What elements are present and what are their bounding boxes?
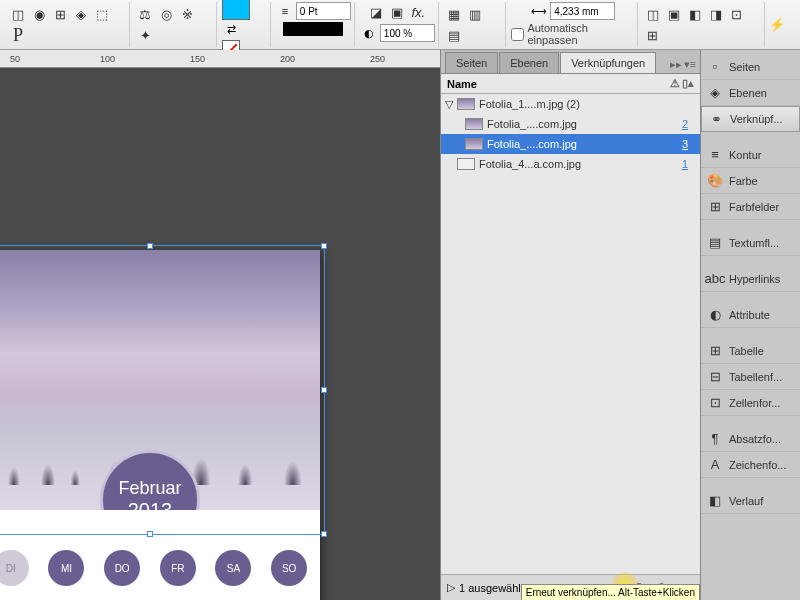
dock-icon: ⚭ [708, 111, 724, 127]
link-label: Fotolia_....com.jpg [487, 118, 577, 130]
tool-icon[interactable]: ◉ [29, 4, 49, 24]
fill-swatch[interactable] [222, 0, 250, 20]
dock-tabelle[interactable]: ⊞Tabelle [701, 338, 800, 364]
day-head: DO [104, 550, 140, 586]
link-group[interactable]: ▽ Fotolia_1....m.jpg (2) [441, 94, 700, 114]
frame-fit-icon[interactable]: ▣ [664, 4, 684, 24]
lightning-icon[interactable]: ⚡ [767, 15, 787, 35]
warning-column-icon[interactable]: ⚠ [670, 77, 680, 90]
dock-zellenfor-[interactable]: ⊡Zellenfor... [701, 390, 800, 416]
dock-attribute[interactable]: ◐Attribute [701, 302, 800, 328]
align-icon[interactable]: ▦ [444, 4, 464, 24]
tool-icon[interactable]: ⬚ [92, 4, 112, 24]
dock-hyperlinks[interactable]: abcHyperlinks [701, 266, 800, 292]
dock-seiten[interactable]: ▫Seiten [701, 54, 800, 80]
day-head: MI [48, 550, 84, 586]
align-icon[interactable]: ▥ [465, 4, 485, 24]
dock-zeichenfo-[interactable]: AZeichenfo... [701, 452, 800, 478]
selection-handle[interactable] [321, 243, 327, 249]
dock-icon: abc [707, 271, 723, 287]
dock-label: Seiten [729, 61, 760, 73]
dock-verlauf[interactable]: ◧Verlauf [701, 488, 800, 514]
panels-area: Seiten Ebenen Verknüpfungen ▸▸ ▾≡ Name ⚠… [440, 50, 800, 600]
auto-fit-check[interactable] [511, 28, 524, 41]
link-page[interactable]: 2 [682, 118, 696, 130]
dock-label: Verlauf [729, 495, 763, 507]
links-footer: ▷ 1 ausgewählt ⚭ ↪ ↻ ✎ ⟋ Erneut verknüpf… [441, 574, 700, 600]
auto-fit-label: Automatisch einpassen [527, 22, 634, 46]
stroke-preview[interactable] [283, 22, 343, 36]
dock-icon: ⊞ [707, 343, 723, 359]
selection-handle[interactable] [147, 243, 153, 249]
link-item-selected[interactable]: Fotolia_....com.jpg 3 [441, 134, 700, 154]
paragraph-icon[interactable]: P [8, 25, 28, 45]
main-toolbar: ◫ ◉ ⊞ ◈ ⬚ P ⚖ ◎ ※ ✦ ⇄ ≡ ◪ ▣ fx. ◐ [0, 0, 800, 50]
fx-icon[interactable]: fx. [408, 2, 428, 22]
link-page[interactable]: 1 [682, 158, 696, 170]
dock-absatzfo-[interactable]: ¶Absatzfo... [701, 426, 800, 452]
tool-icon[interactable]: ✦ [135, 25, 155, 45]
calendar-day-headers: DI MI DO FR SA SO [0, 550, 320, 586]
frame-fit-icon[interactable]: ⊡ [727, 4, 747, 24]
link-item[interactable]: Fotolia_....com.jpg 2 [441, 114, 700, 134]
dock-ebenen[interactable]: ◈Ebenen [701, 80, 800, 106]
links-panel: Seiten Ebenen Verknüpfungen ▸▸ ▾≡ Name ⚠… [440, 50, 700, 600]
artboard[interactable]: Februar 2013 DI MI DO FR SA SO 2 3 4 5 6… [0, 250, 320, 600]
align-icon[interactable]: ▤ [444, 25, 464, 45]
disclosure-icon[interactable]: ▷ [447, 581, 455, 594]
dock-kontur[interactable]: ≡Kontur [701, 142, 800, 168]
links-list[interactable]: ▽ Fotolia_1....m.jpg (2) Fotolia_....com… [441, 94, 700, 574]
day-head: FR [160, 550, 196, 586]
frame-fit-icon[interactable]: ⊞ [643, 25, 663, 45]
tool-icon[interactable]: ⚖ [135, 4, 155, 24]
dock-label: Zellenfor... [729, 397, 780, 409]
link-page[interactable]: 3 [682, 138, 696, 150]
calendar-year: 2013 [128, 499, 173, 510]
link-thumb [465, 138, 483, 150]
opacity-input[interactable] [380, 24, 435, 42]
selection-status: 1 ausgewählt [459, 582, 524, 594]
link-thumb [465, 118, 483, 130]
link-item[interactable]: Fotolia_4...a.com.jpg 1 [441, 154, 700, 174]
dock-icon: ◧ [707, 493, 723, 509]
stroke-weight-icon: ≡ [276, 2, 294, 20]
measure-input[interactable] [550, 2, 615, 20]
tool-icon[interactable]: ⊞ [50, 4, 70, 24]
tool-icon[interactable]: ◪ [366, 2, 386, 22]
dock-label: Kontur [729, 149, 761, 161]
dock-tabellenf-[interactable]: ⊟Tabellenf... [701, 364, 800, 390]
swap-icon[interactable]: ⇄ [222, 21, 240, 39]
selection-handle[interactable] [321, 531, 327, 537]
tab-verknuepfungen[interactable]: Verknüpfungen [560, 52, 656, 73]
column-name[interactable]: Name [447, 78, 477, 90]
tool-icon[interactable]: ◫ [8, 4, 28, 24]
panel-tabs: Seiten Ebenen Verknüpfungen ▸▸ ▾≡ [441, 50, 700, 74]
dock-icon: ◈ [707, 85, 723, 101]
tool-icon[interactable]: ◎ [156, 4, 176, 24]
disclosure-icon[interactable]: ▽ [445, 98, 457, 111]
canvas-area[interactable]: 50 100 150 200 250 Februar 2013 DI MI DO… [0, 50, 440, 600]
dock-farbfelder[interactable]: ⊞Farbfelder [701, 194, 800, 220]
measure-icon: ⟷ [530, 2, 548, 20]
dock-farbe[interactable]: 🎨Farbe [701, 168, 800, 194]
auto-fit-checkbox[interactable]: Automatisch einpassen [511, 22, 634, 46]
dock-verkn-pf-[interactable]: ⚭Verknüpf... [701, 106, 800, 132]
tool-icon[interactable]: ▣ [387, 2, 407, 22]
selection-handle[interactable] [321, 387, 327, 393]
frame-fit-icon[interactable]: ◫ [643, 4, 663, 24]
tool-icon[interactable]: ※ [177, 4, 197, 24]
tab-seiten[interactable]: Seiten [445, 52, 498, 73]
calendar-image[interactable]: Februar 2013 [0, 250, 320, 510]
page-column-icon[interactable]: ▯▴ [682, 77, 694, 90]
frame-fit-icon[interactable]: ◧ [685, 4, 705, 24]
dock-icon: A [707, 457, 723, 473]
menu-icon[interactable]: ▾≡ [684, 58, 696, 71]
frame-fit-icon[interactable]: ◨ [706, 4, 726, 24]
stroke-weight-input[interactable] [296, 2, 351, 20]
calendar-month: Februar [118, 478, 181, 499]
dock-icon: ▫ [707, 59, 723, 75]
tool-icon[interactable]: ◈ [71, 4, 91, 24]
dock-textumfl-[interactable]: ▤Textumfl... [701, 230, 800, 256]
tab-ebenen[interactable]: Ebenen [499, 52, 559, 73]
collapse-icon[interactable]: ▸▸ [670, 58, 682, 71]
